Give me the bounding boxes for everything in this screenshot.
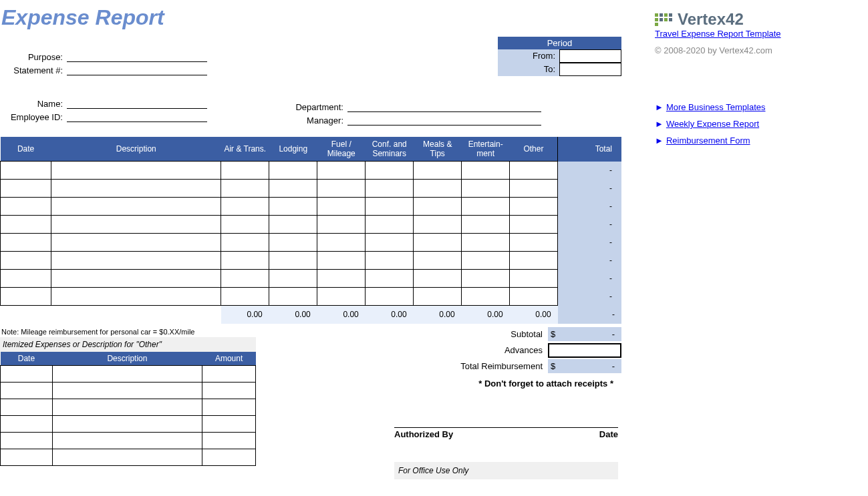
table-cell[interactable]: [269, 270, 317, 288]
table-cell[interactable]: [414, 180, 462, 198]
sidebar-link-2[interactable]: Reimbursement Form: [666, 136, 750, 146]
table-cell[interactable]: [414, 252, 462, 270]
name-input[interactable]: [67, 97, 207, 109]
table-cell[interactable]: [51, 252, 221, 270]
manager-input[interactable]: [347, 113, 541, 126]
table-cell[interactable]: [510, 162, 558, 180]
table-cell[interactable]: [510, 288, 558, 306]
table-cell[interactable]: [414, 234, 462, 252]
table-cell[interactable]: [366, 288, 414, 306]
table-cell[interactable]: [269, 234, 317, 252]
table-cell[interactable]: [1, 216, 51, 234]
itemized-cell[interactable]: [202, 449, 256, 465]
itemized-cell[interactable]: [1, 399, 53, 415]
table-cell[interactable]: [366, 252, 414, 270]
itemized-cell[interactable]: [52, 449, 202, 465]
period-to-input[interactable]: [559, 63, 621, 76]
table-cell[interactable]: [366, 180, 414, 198]
employee-id-input[interactable]: [67, 110, 207, 122]
table-cell[interactable]: [366, 162, 414, 180]
table-cell[interactable]: [317, 162, 366, 180]
itemized-cell[interactable]: [1, 449, 53, 465]
itemized-cell[interactable]: [1, 415, 53, 432]
table-cell[interactable]: [317, 234, 366, 252]
table-cell[interactable]: [1, 198, 51, 216]
table-cell[interactable]: [221, 216, 269, 234]
itemized-cell[interactable]: [1, 432, 53, 449]
table-cell[interactable]: [462, 234, 510, 252]
table-cell[interactable]: [414, 216, 462, 234]
table-cell[interactable]: [366, 270, 414, 288]
table-cell[interactable]: [51, 180, 221, 198]
table-cell[interactable]: [414, 162, 462, 180]
itemized-cell[interactable]: [202, 432, 256, 449]
table-cell[interactable]: [51, 162, 221, 180]
table-cell[interactable]: [269, 162, 317, 180]
template-link[interactable]: Travel Expense Report Template: [655, 29, 855, 39]
itemized-cell[interactable]: [202, 415, 256, 432]
table-cell[interactable]: [221, 198, 269, 216]
th-conf-seminars: Conf. and Seminars: [366, 137, 414, 162]
itemized-cell[interactable]: [202, 399, 256, 415]
table-cell[interactable]: [462, 252, 510, 270]
table-cell[interactable]: [510, 198, 558, 216]
table-cell[interactable]: [462, 288, 510, 306]
table-cell[interactable]: [1, 180, 51, 198]
table-cell[interactable]: [51, 198, 221, 216]
table-cell[interactable]: [269, 198, 317, 216]
table-cell[interactable]: [51, 216, 221, 234]
table-cell[interactable]: [510, 216, 558, 234]
table-cell[interactable]: [414, 288, 462, 306]
department-input[interactable]: [347, 100, 541, 112]
table-cell[interactable]: [462, 216, 510, 234]
table-cell[interactable]: [269, 288, 317, 306]
table-cell[interactable]: [414, 198, 462, 216]
table-cell[interactable]: [462, 270, 510, 288]
table-cell[interactable]: [269, 252, 317, 270]
sidebar-link-item: ►Reimbursement Form: [655, 136, 855, 146]
table-cell[interactable]: [221, 270, 269, 288]
table-cell[interactable]: [221, 180, 269, 198]
table-cell[interactable]: [510, 234, 558, 252]
table-cell[interactable]: [1, 288, 51, 306]
table-cell[interactable]: [510, 252, 558, 270]
itemized-cell[interactable]: [52, 432, 202, 449]
table-cell[interactable]: [1, 252, 51, 270]
table-cell[interactable]: [317, 216, 366, 234]
row-total: -: [558, 288, 621, 306]
table-cell[interactable]: [51, 270, 221, 288]
table-cell[interactable]: [414, 270, 462, 288]
table-cell[interactable]: [1, 162, 51, 180]
sidebar-link-1[interactable]: Weekly Expense Report: [666, 119, 759, 129]
purpose-input[interactable]: [67, 50, 207, 62]
period-from-input[interactable]: [559, 49, 621, 63]
advances-input[interactable]: [548, 343, 621, 358]
table-cell[interactable]: [317, 252, 366, 270]
sidebar-link-0[interactable]: More Business Templates: [666, 102, 766, 112]
table-cell[interactable]: [462, 198, 510, 216]
table-cell[interactable]: [1, 234, 51, 252]
table-cell[interactable]: [317, 198, 366, 216]
statement-input[interactable]: [67, 63, 207, 75]
table-cell[interactable]: [317, 288, 366, 306]
table-cell[interactable]: [462, 162, 510, 180]
table-cell[interactable]: [269, 216, 317, 234]
table-cell[interactable]: [317, 270, 366, 288]
table-cell[interactable]: [510, 180, 558, 198]
table-cell[interactable]: [366, 198, 414, 216]
table-cell[interactable]: [221, 162, 269, 180]
table-cell[interactable]: [221, 234, 269, 252]
itemized-cell[interactable]: [52, 415, 202, 432]
table-cell[interactable]: [1, 270, 51, 288]
table-cell[interactable]: [510, 270, 558, 288]
table-cell[interactable]: [51, 234, 221, 252]
itemized-cell[interactable]: [52, 399, 202, 415]
table-cell[interactable]: [221, 252, 269, 270]
table-cell[interactable]: [269, 180, 317, 198]
table-cell[interactable]: [221, 288, 269, 306]
table-cell[interactable]: [51, 288, 221, 306]
table-cell[interactable]: [366, 216, 414, 234]
table-cell[interactable]: [462, 180, 510, 198]
table-cell[interactable]: [317, 180, 366, 198]
table-cell[interactable]: [366, 234, 414, 252]
